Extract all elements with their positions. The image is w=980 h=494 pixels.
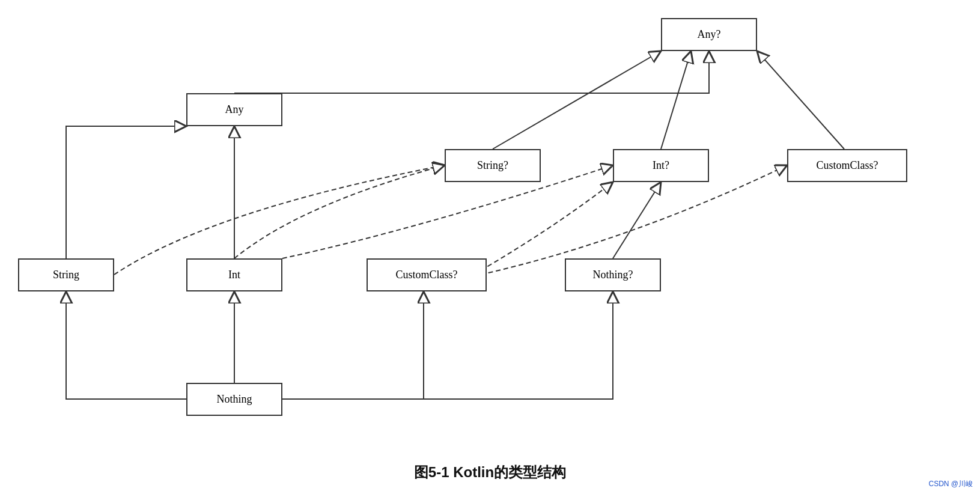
node-stringq: String? xyxy=(445,149,541,182)
diagram-caption: 图5-1 Kotlin的类型结构 xyxy=(414,463,566,482)
svg-line-4 xyxy=(661,51,691,149)
node-nothingq: Nothing? xyxy=(565,258,661,291)
node-customclassq: CustomClass? xyxy=(367,258,487,291)
node-intq: Int? xyxy=(613,149,709,182)
node-nothing: Nothing xyxy=(186,383,282,416)
node-string: String xyxy=(18,258,114,291)
node-any: Any xyxy=(186,93,282,126)
watermark: CSDN @川峻 xyxy=(928,479,973,489)
node-int: Int xyxy=(186,258,282,291)
svg-line-2 xyxy=(613,182,661,258)
diagram-container: StringQ (dashed curve) Int ---> IntQ (da… xyxy=(0,0,980,494)
node-customclassq2: CustomClass? xyxy=(787,149,907,182)
connections-svg: StringQ (dashed curve) Int ---> IntQ (da… xyxy=(0,0,980,494)
svg-line-5 xyxy=(757,51,844,149)
svg-line-3 xyxy=(493,51,661,149)
node-anyq: Any? xyxy=(661,18,757,51)
